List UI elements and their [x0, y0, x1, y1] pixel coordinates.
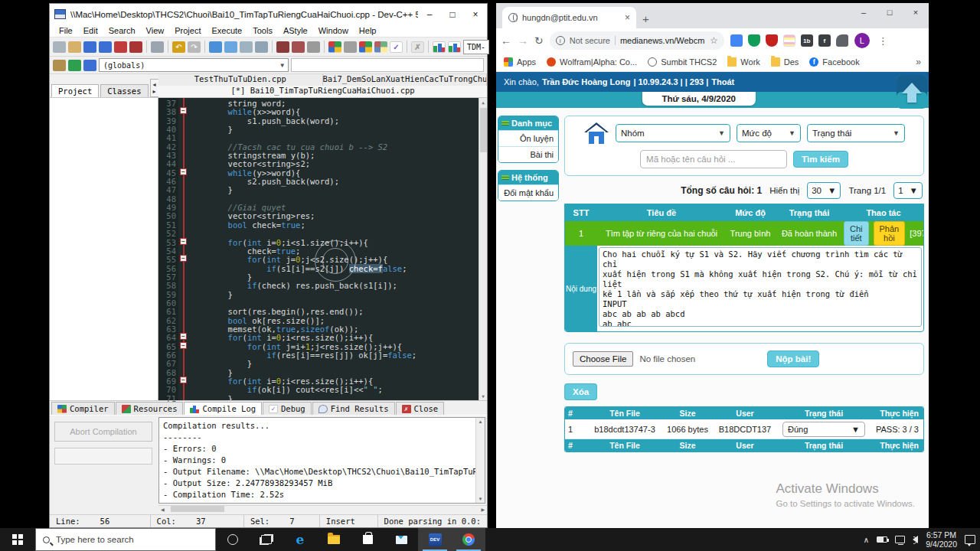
browser-tab[interactable]: hungdn@ptit.edu.vn ×: [502, 7, 636, 28]
tab-find-results[interactable]: Find Results: [312, 402, 395, 415]
menu-search[interactable]: Search: [104, 25, 140, 36]
shield-red-extension-icon[interactable]: [766, 34, 778, 47]
level-select[interactable]: Mức độ▼: [737, 124, 801, 142]
menu-window[interactable]: Window: [314, 25, 353, 36]
tab-active-file[interactable]: [*] Bai10_TimTapTuRiengCuaHaiChuoi.cpp: [158, 86, 487, 97]
bookmark-apps[interactable]: Apps: [504, 57, 536, 67]
taskbar-cortana-icon[interactable]: [216, 528, 250, 551]
tab-close-icon[interactable]: ×: [625, 12, 630, 23]
taskbar-explorer-icon[interactable]: [317, 528, 351, 551]
chrome-menu-icon[interactable]: ⋮: [876, 35, 890, 47]
devcpp-minimize-button[interactable]: –: [418, 4, 441, 24]
page-select[interactable]: 1▼: [893, 182, 923, 199]
puzzle-extension-icon[interactable]: [836, 34, 848, 47]
devcpp-maximize-button[interactable]: □: [441, 4, 464, 24]
reload-button[interactable]: ↻: [534, 34, 544, 47]
back-button[interactable]: ←: [501, 34, 511, 47]
menu-execute[interactable]: Execute: [207, 25, 247, 36]
panel-tab-arrows[interactable]: ◂ ▸: [150, 79, 159, 97]
bookmark-facebook[interactable]: fFacebook: [809, 57, 859, 67]
group-select[interactable]: Nhóm▼: [616, 124, 730, 142]
tab-file-0[interactable]: TestThuTuTuDien.cpp: [158, 74, 323, 86]
battery-icon[interactable]: [877, 536, 887, 543]
bookmark-work[interactable]: Work: [727, 57, 760, 67]
abort-icon[interactable]: ✗: [411, 41, 424, 53]
bookmark-star-icon[interactable]: ☆: [710, 35, 718, 46]
log-hscrollbar[interactable]: ◀▶: [158, 505, 487, 512]
tab-project[interactable]: Project: [51, 84, 99, 97]
bookmark-sumbit-thcs2[interactable]: Sumbit THCS2: [648, 57, 717, 67]
fold-collapse-icon[interactable]: −: [180, 333, 187, 340]
inc-search-icon[interactable]: [255, 41, 268, 53]
run-icon[interactable]: [344, 41, 357, 53]
network-icon[interactable]: [895, 536, 905, 543]
save-all-icon[interactable]: [99, 41, 112, 53]
insert-icon[interactable]: [68, 60, 81, 71]
bookmark-des[interactable]: Des: [771, 57, 799, 67]
start-button[interactable]: [0, 528, 35, 551]
facebook-extension-icon[interactable]: f: [818, 34, 831, 47]
taskbar-chrome-icon[interactable]: [452, 528, 485, 551]
scroll-up-icon[interactable]: ▲: [482, 98, 485, 106]
sidebar-header-h-th-ng[interactable]: Hệ thống: [498, 171, 558, 184]
tab-compile-log[interactable]: Compile Log: [184, 402, 262, 415]
print-icon[interactable]: [151, 41, 164, 53]
save-icon[interactable]: [83, 41, 96, 53]
fold-collapse-icon[interactable]: −: [180, 238, 187, 245]
compile-icon[interactable]: [328, 41, 341, 53]
taskbar-search[interactable]: Type here to search: [35, 528, 216, 551]
scroll-thumb[interactable]: [480, 108, 487, 152]
project-panel[interactable]: [50, 98, 158, 400]
fold-collapse-icon[interactable]: −: [180, 255, 187, 262]
fold-collapse-icon[interactable]: −: [180, 342, 187, 349]
log-vscrollbar[interactable]: ▲▼: [475, 418, 485, 503]
find-icon[interactable]: [209, 41, 222, 53]
close-file-icon[interactable]: [114, 41, 127, 53]
globals-combobox[interactable]: (globals) ▼: [99, 58, 289, 72]
chrome-close-button[interactable]: ×: [903, 3, 929, 21]
status-select[interactable]: Trạng thái▼: [807, 124, 905, 142]
translate-extension-icon[interactable]: [730, 34, 743, 47]
detail-button[interactable]: Chi tiết: [844, 221, 869, 246]
clock[interactable]: 6:57 PM 9/4/2020: [926, 530, 957, 549]
home-icon[interactable]: [583, 122, 609, 145]
code-editor[interactable]: 3738394041424344454647484950515253545556…: [158, 98, 487, 400]
menu-view[interactable]: View: [142, 25, 169, 36]
devcpp-close-button[interactable]: ×: [464, 4, 487, 24]
profile-avatar[interactable]: L: [854, 33, 870, 48]
menu-tools[interactable]: Tools: [248, 25, 277, 36]
question-title[interactable]: Tìm tập từ riêng của hai chuỗi: [597, 229, 726, 238]
class-combobox[interactable]: [291, 58, 484, 72]
rebuild-icon[interactable]: [374, 41, 387, 53]
tab-debug[interactable]: ✓Debug: [263, 402, 312, 415]
chrome-minimize-button[interactable]: –: [851, 3, 877, 21]
profile-del-icon[interactable]: [448, 41, 461, 53]
tab-compiler[interactable]: Compiler: [51, 402, 115, 415]
shield-green-extension-icon[interactable]: [748, 34, 760, 47]
flag-icon[interactable]: [307, 41, 320, 53]
sidebar-item--i-m-t-kh-u[interactable]: Đổi mật khẩu: [498, 184, 558, 201]
taskbar-taskview-icon[interactable]: [250, 528, 283, 551]
sidebar-item--n-luy-n[interactable]: Ôn luyện: [498, 130, 558, 146]
forward-icon[interactable]: [292, 41, 305, 53]
abort-compilation-button[interactable]: Abort Compilation: [54, 422, 152, 442]
taskbar-devcpp-icon[interactable]: DEV: [418, 528, 452, 551]
tray-expand-icon[interactable]: ∧: [864, 536, 869, 544]
striped-extension-icon[interactable]: [783, 34, 795, 47]
onebox-extension-icon[interactable]: 1b: [801, 34, 813, 47]
scroll-down-icon[interactable]: ▼: [482, 392, 485, 400]
goto-line-icon[interactable]: [240, 41, 253, 53]
chrome-maximize-button[interactable]: □: [877, 3, 903, 21]
menu-astyle[interactable]: AStyle: [279, 25, 312, 36]
tab-file-1[interactable]: Bai7_DemSoLanXuatHienCacTuTrongChuoi.cpp: [323, 74, 488, 86]
taskbar-edge-icon[interactable]: e: [283, 528, 317, 551]
info-icon[interactable]: i: [556, 36, 565, 45]
logout-link[interactable]: Thoát: [711, 77, 734, 86]
compiler-profile-select[interactable]: TDM-: [463, 40, 489, 54]
volume-icon[interactable]: [913, 536, 918, 543]
action-center-icon[interactable]: [965, 535, 975, 544]
new-tab-button[interactable]: +: [642, 12, 649, 25]
fold-collapse-icon[interactable]: −: [180, 168, 187, 175]
feedback-button[interactable]: Phản hồi: [874, 221, 906, 246]
open-icon[interactable]: [68, 41, 81, 53]
